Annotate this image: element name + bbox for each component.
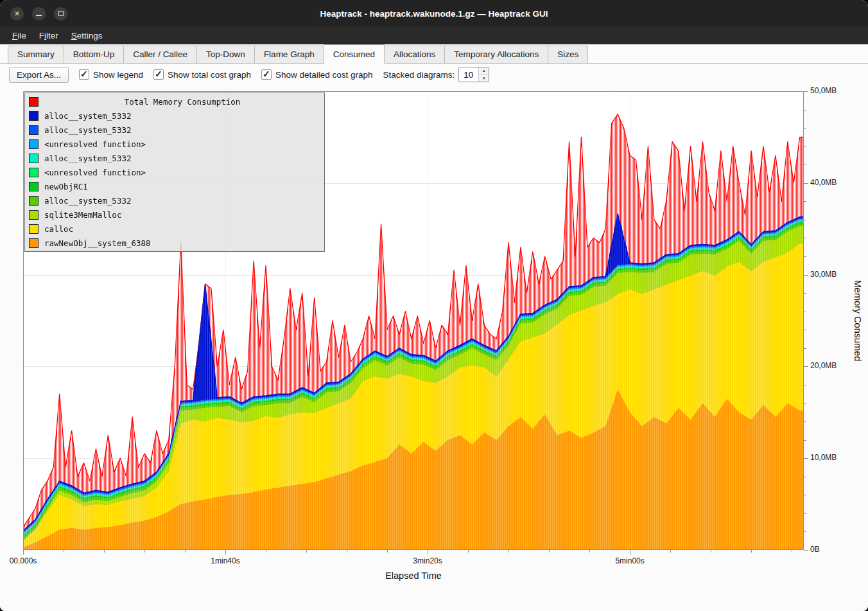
show-detailed-cost-graph-checkbox[interactable]: Show detailed cost graph <box>261 69 373 80</box>
legend-swatch <box>29 125 39 135</box>
legend-item: alloc__system_5332 <box>28 151 322 165</box>
x-axis-tick-label: 3min20s <box>413 556 442 565</box>
heaptrack-window: ✕ Heaptrack - heaptrack.wakunode.1.gz — … <box>0 0 868 611</box>
y-axis-tick-label: 10,0MB <box>810 453 837 462</box>
menu-settings[interactable]: Settings <box>65 29 108 42</box>
legend-item: <unresolved function> <box>28 137 322 151</box>
maximize-icon <box>58 11 64 16</box>
checkbox-label: Show detailed cost graph <box>275 70 373 80</box>
chart-legend: Total Memory Consumption alloc__system_5… <box>24 93 325 252</box>
menubar: File Filter Settings <box>0 27 868 44</box>
y-axis-tick-label: 30,0MB <box>810 270 837 279</box>
legend-swatch <box>29 238 39 248</box>
spinbox-value[interactable]: 10 <box>459 67 478 82</box>
close-icon: ✕ <box>14 10 20 17</box>
tab-bar: Summary Bottom-Up Caller / Callee Top-Do… <box>0 44 868 64</box>
checkbox-icon[interactable] <box>261 69 272 80</box>
tab-sizes[interactable]: Sizes <box>548 46 588 64</box>
menu-filter[interactable]: Filter <box>33 29 64 42</box>
stacked-diagrams-spinbox[interactable]: 10 ▲ ▼ <box>458 67 489 82</box>
legend-label: alloc__system_5332 <box>44 154 131 163</box>
tab-summary[interactable]: Summary <box>8 46 64 64</box>
x-axis-tick-label: 00.000s <box>10 556 37 565</box>
legend-item: sqlite3MemMalloc <box>28 208 322 222</box>
checkbox-label: Show legend <box>93 70 143 80</box>
legend-item: alloc__system_5332 <box>28 193 322 208</box>
export-as-button[interactable]: Export As... <box>9 67 69 83</box>
tab-flame-graph[interactable]: Flame Graph <box>255 46 324 64</box>
tab-top-down[interactable]: Top-Down <box>197 46 255 64</box>
legend-swatch <box>29 139 39 149</box>
show-legend-checkbox[interactable]: Show legend <box>79 69 143 80</box>
legend-label: <unresolved function> <box>44 168 146 177</box>
tab-consumed[interactable]: Consumed <box>324 44 385 64</box>
minimize-button[interactable] <box>32 7 46 21</box>
legend-item: alloc__system_5332 <box>28 109 322 123</box>
legend-label: calloc <box>44 224 73 234</box>
legend-item: calloc <box>28 222 322 236</box>
legend-label: <unresolved function> <box>44 139 146 149</box>
legend-label: alloc__system_5332 <box>44 125 131 135</box>
x-axis-tick-label: 5min00s <box>615 556 644 565</box>
maximize-button[interactable] <box>54 7 67 21</box>
legend-swatch <box>29 210 39 220</box>
menu-file[interactable]: File <box>6 29 32 42</box>
legend-label: alloc__system_5332 <box>44 196 131 206</box>
legend-swatch <box>29 97 39 107</box>
window-title: Heaptrack - heaptrack.wakunode.1.gz — He… <box>0 9 868 19</box>
spinbox-up-icon[interactable]: ▲ <box>479 67 489 75</box>
y-axis-tick-label: 20,0MB <box>810 361 837 370</box>
y-axis-tick-label: 50,0MB <box>810 86 837 95</box>
y-axis-tick-label: 0B <box>810 545 820 554</box>
spinbox-buttons: ▲ ▼ <box>478 67 489 82</box>
checkbox-icon[interactable] <box>79 69 89 80</box>
legend-swatch <box>29 154 39 163</box>
legend-title: Total Memory Consumption <box>44 97 320 107</box>
legend-swatch <box>29 196 39 206</box>
legend-swatch <box>29 182 39 191</box>
legend-swatch <box>29 168 39 177</box>
close-button[interactable]: ✕ <box>10 7 24 21</box>
tab-allocations[interactable]: Allocations <box>385 46 445 64</box>
legend-title-row: Total Memory Consumption <box>28 94 322 109</box>
minimize-icon <box>36 15 42 16</box>
checkbox-label: Show total cost graph <box>168 70 251 80</box>
tab-bottom-up[interactable]: Bottom-Up <box>64 46 125 64</box>
toolbar: Export As... Show legend Show total cost… <box>0 64 868 85</box>
tab-caller-callee[interactable]: Caller / Callee <box>124 46 197 64</box>
legend-label: rawNewObj__system_6388 <box>44 238 151 248</box>
show-total-cost-graph-checkbox[interactable]: Show total cost graph <box>153 69 251 80</box>
y-axis-tick-label: 40,0MB <box>810 178 837 187</box>
checkbox-icon[interactable] <box>153 69 164 80</box>
window-controls: ✕ <box>10 0 67 27</box>
legend-label: newObjRC1 <box>44 182 88 191</box>
legend-item: newObjRC1 <box>28 179 322 193</box>
legend-item: rawNewObj__system_6388 <box>28 236 322 250</box>
x-axis-tick-label: 1min40s <box>211 556 239 565</box>
spinbox-down-icon[interactable]: ▼ <box>479 75 489 82</box>
x-axis-title: Elapsed Time <box>385 571 442 581</box>
legend-label: sqlite3MemMalloc <box>44 210 121 220</box>
stacked-diagrams-label: Stacked diagrams: <box>383 70 455 80</box>
legend-swatch <box>29 224 39 234</box>
titlebar: ✕ Heaptrack - heaptrack.wakunode.1.gz — … <box>0 0 868 27</box>
chart-panel: Total Memory Consumption alloc__system_5… <box>0 85 868 611</box>
y-axis-title: Memory Consumed <box>853 280 863 362</box>
legend-swatch <box>29 111 39 121</box>
legend-item: <unresolved function> <box>28 165 322 179</box>
legend-label: alloc__system_5332 <box>44 111 131 121</box>
legend-item: alloc__system_5332 <box>28 123 322 137</box>
tab-temporary-allocations[interactable]: Temporary Allocations <box>445 46 548 64</box>
